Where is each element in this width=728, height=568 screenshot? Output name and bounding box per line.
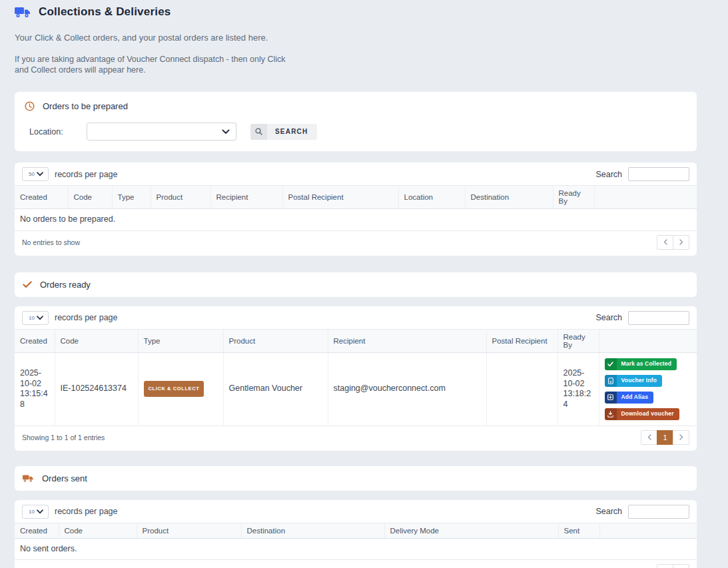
action-button-label: Add Alias xyxy=(617,392,654,404)
recipient-cell: staging@voucherconnect.com xyxy=(328,352,486,426)
column-header[interactable]: Recipient xyxy=(210,186,282,209)
column-header[interactable]: Postal Recipient xyxy=(486,329,557,352)
voucher-info-button[interactable]: Voucher Info xyxy=(605,375,663,387)
table-header-row: Created Code Type Product Recipient Post… xyxy=(15,329,697,352)
voucher-icon xyxy=(605,375,617,387)
records-per-page-select[interactable]: 50 xyxy=(22,167,49,181)
column-header[interactable]: Destination xyxy=(241,523,384,538)
clock-icon xyxy=(25,101,35,111)
column-header[interactable]: Created xyxy=(15,523,59,538)
next-page-button[interactable] xyxy=(673,235,689,250)
table-row: 2025-10-02 13:15:48 IE-102524613374 CLIC… xyxy=(15,352,697,426)
table-header-row: Created Code Type Product Recipient Post… xyxy=(15,186,697,209)
next-page-button[interactable] xyxy=(673,430,689,445)
column-header[interactable]: Ready By xyxy=(557,329,599,352)
column-header[interactable]: Location xyxy=(398,186,465,209)
pagination xyxy=(657,235,689,250)
orders-sent-panel: Orders sent xyxy=(15,466,697,491)
records-per-page-label: records per page xyxy=(55,313,118,322)
search-button-label: SEARCH xyxy=(267,124,317,140)
column-header[interactable]: Code xyxy=(55,329,138,352)
orders-to-be-prepared-title: Orders to be prepared xyxy=(43,101,128,111)
column-header[interactable]: Type xyxy=(138,329,223,352)
orders-to-be-prepared-table-card: 50 records per page Search Created Code … xyxy=(15,162,697,256)
location-label: Location: xyxy=(29,127,87,137)
empty-row: No orders to be prepared. xyxy=(15,209,697,231)
download-icon xyxy=(605,408,617,420)
column-header[interactable]: Type xyxy=(112,186,151,209)
empty-row: No sent orders. xyxy=(15,538,697,560)
intro-text-2: If you are taking advantage of Voucher C… xyxy=(15,54,301,75)
column-header[interactable]: Postal Recipient xyxy=(282,186,398,209)
column-header xyxy=(594,186,697,209)
chevron-down-icon xyxy=(37,509,43,514)
column-header[interactable]: Created xyxy=(15,329,55,352)
ready-by-cell: 2025-10-02 13:18:24 xyxy=(557,352,599,426)
records-per-page-value: 10 xyxy=(29,509,35,515)
column-header[interactable]: Delivery Mode xyxy=(384,523,558,538)
search-icon xyxy=(250,124,267,140)
column-header[interactable]: Sent xyxy=(558,523,599,538)
code-cell: IE-102524613374 xyxy=(55,352,138,426)
empty-message: No sent orders. xyxy=(15,538,697,560)
download-voucher-button[interactable]: Download voucher xyxy=(605,408,679,420)
search-button[interactable]: SEARCH xyxy=(250,124,317,140)
column-header[interactable]: Recipient xyxy=(328,329,486,352)
column-header[interactable]: Created xyxy=(15,186,68,209)
plus-square-icon xyxy=(605,392,617,404)
table-search-input[interactable] xyxy=(628,505,689,519)
previous-page-button[interactable] xyxy=(657,564,673,568)
next-page-button[interactable] xyxy=(673,564,689,568)
product-cell: Gentleman Voucher xyxy=(223,352,328,426)
location-select[interactable] xyxy=(87,123,236,141)
table-search-input[interactable] xyxy=(628,311,689,325)
actions-cell: Mark as Collected Voucher Info xyxy=(599,352,697,426)
records-per-page-label: records per page xyxy=(55,170,118,179)
truck-icon xyxy=(23,474,34,483)
column-header xyxy=(599,523,697,538)
action-button-label: Voucher Info xyxy=(617,375,663,387)
action-button-label: Mark as Collected xyxy=(617,358,677,370)
table-search-label: Search xyxy=(595,170,622,179)
page-title: Collections & Deliveries xyxy=(39,5,171,19)
column-header[interactable]: Destination xyxy=(465,186,553,209)
add-alias-button[interactable]: Add Alias xyxy=(605,392,654,404)
type-cell: CLICK & COLLECT xyxy=(138,352,223,426)
column-header xyxy=(599,329,697,352)
truck-icon xyxy=(15,6,31,19)
orders-to-be-prepared-table: Created Code Type Product Recipient Post… xyxy=(15,185,697,231)
empty-message: No orders to be prepared. xyxy=(15,209,697,231)
table-search-label: Search xyxy=(595,313,622,322)
orders-ready-table: Created Code Type Product Recipient Post… xyxy=(15,329,697,426)
created-cell: 2025-10-02 13:15:48 xyxy=(15,352,55,426)
orders-ready-table-card: 10 records per page Search Created Code … xyxy=(15,306,697,451)
column-header[interactable]: Product xyxy=(223,329,328,352)
column-header[interactable]: Product xyxy=(151,186,210,209)
intro-text-1: Your Click & Collect orders, and your po… xyxy=(15,33,697,43)
check-icon xyxy=(23,281,32,288)
mark-as-collected-button[interactable]: Mark as Collected xyxy=(605,358,677,370)
orders-sent-title: Orders sent xyxy=(42,473,87,483)
column-header[interactable]: Code xyxy=(68,186,112,209)
column-header[interactable]: Product xyxy=(137,523,241,538)
previous-page-button[interactable] xyxy=(641,430,657,445)
column-header[interactable]: Code xyxy=(59,523,137,538)
records-per-page-label: records per page xyxy=(55,507,118,516)
records-per-page-select[interactable]: 10 xyxy=(22,505,49,519)
page-1-button[interactable]: 1 xyxy=(657,430,673,445)
table-header-row: Created Code Product Destination Deliver… xyxy=(15,523,697,538)
records-per-page-value: 10 xyxy=(29,315,35,321)
main-content: Collections & Deliveries Your Click & Co… xyxy=(15,0,697,568)
records-per-page-select[interactable]: 10 xyxy=(22,311,49,325)
action-button-label: Download voucher xyxy=(617,408,679,420)
chevron-down-icon xyxy=(222,129,230,135)
orders-sent-table-card: 10 records per page Search Created Code … xyxy=(15,500,697,568)
chevron-down-icon xyxy=(37,316,43,320)
entries-info: Showing 1 to 1 of 1 entries xyxy=(22,433,105,441)
table-search-input[interactable] xyxy=(628,167,689,181)
column-header[interactable]: Ready By xyxy=(553,186,594,209)
table-search-label: Search xyxy=(595,507,622,516)
previous-page-button[interactable] xyxy=(657,235,673,250)
click-and-collect-badge: CLICK & COLLECT xyxy=(144,381,204,397)
chevron-down-icon xyxy=(37,172,43,176)
